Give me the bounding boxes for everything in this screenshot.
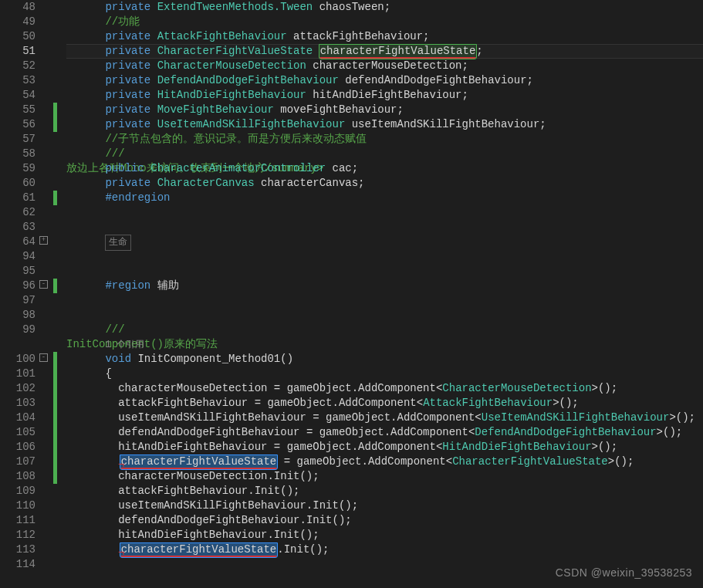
code-line[interactable]: defendAndDodgeFightBehaviour = gameObjec… <box>66 425 703 440</box>
line-number-gutter: 4849505152535455565758596061626364+94959… <box>0 0 51 588</box>
code-line[interactable]: /// InitComponent()原来的写法 <box>66 323 703 337</box>
code-area[interactable]: private ExtendTweenMethods.Tween chaosTw… <box>63 0 703 588</box>
line-number: 97 <box>0 293 49 308</box>
fold-expand-icon[interactable]: + <box>39 236 48 245</box>
line-number: 60 <box>0 176 49 191</box>
code-line[interactable]: ⌐characterFightValueState = gameObject.A… <box>66 455 703 469</box>
code-line[interactable]: characterMouseDetection = gameObject.Add… <box>66 381 703 396</box>
change-marker <box>53 279 57 293</box>
highlighted-symbol[interactable]: characterFightValueState <box>120 455 278 469</box>
code-line[interactable]: hitAndDieFightBehaviour.Init(); <box>66 528 703 542</box>
folded-region[interactable]: 生命 <box>105 235 131 251</box>
line-number: 108 <box>0 469 49 484</box>
code-line[interactable]: private CharacterMouseDetection characte… <box>66 59 703 73</box>
change-marker <box>53 191 57 205</box>
code-line[interactable]: #region 辅助 <box>66 279 703 293</box>
change-marker-column <box>51 0 63 588</box>
line-number: 113 <box>0 542 49 557</box>
code-line[interactable]: private CharacterFightValueState charact… <box>66 44 703 59</box>
fold-collapse-icon[interactable]: - <box>39 353 48 362</box>
code-line[interactable]: defendAndDodgeFightBehaviour.Init(); <box>66 513 703 528</box>
code-line[interactable]: attackFightBehaviour = gameObject.AddCom… <box>66 396 703 411</box>
line-number: 107 <box>0 455 49 469</box>
code-line[interactable]: { <box>66 367 703 381</box>
line-number: 96- <box>0 279 49 293</box>
code-line[interactable]: public CharacterAnimatorController cac; <box>66 161 703 176</box>
code-line[interactable]: private MoveFightBehaviour moveFightBeha… <box>66 103 703 117</box>
code-line[interactable]: private HitAndDieFightBehaviour hitAndDi… <box>66 88 703 103</box>
code-line[interactable]: attackFightBehaviour.Init(); <box>66 484 703 498</box>
line-number: 49 <box>0 15 49 29</box>
code-line[interactable]: useItemAndSKillFightBehaviour.Init(); <box>66 498 703 513</box>
code-line[interactable]: private DefendAndDodgeFightBehaviour def… <box>66 73 703 88</box>
line-number: 102 <box>0 381 49 396</box>
code-line[interactable] <box>66 205 703 220</box>
line-number: 56 <box>0 117 49 132</box>
line-number: 50 <box>0 29 49 44</box>
line-number: 99 <box>0 323 49 337</box>
line-number: 48 <box>0 0 49 15</box>
code-line[interactable]: void InitComponent_Method01() <box>66 352 703 367</box>
code-line[interactable]: useItemAndSKillFightBehaviour = gameObje… <box>66 411 703 425</box>
change-marker <box>53 352 57 484</box>
line-number: 98 <box>0 308 49 323</box>
line-number: 62 <box>0 205 49 220</box>
code-line[interactable]: private AttackFightBehaviour attackFight… <box>66 29 703 44</box>
line-number: 64+ <box>0 235 49 249</box>
line-number: 59 <box>0 161 49 176</box>
line-number: 51 <box>0 44 49 59</box>
line-number: 57 <box>0 132 49 147</box>
code-line[interactable]: hitAndDieFightBehaviour = gameObject.Add… <box>66 440 703 455</box>
code-line[interactable]: //功能 <box>66 15 703 29</box>
line-number: 100- <box>0 352 49 367</box>
fold-collapse-icon[interactable]: - <box>39 280 48 289</box>
line-number: 110 <box>0 498 49 513</box>
line-number <box>0 337 49 352</box>
code-line[interactable] <box>66 308 703 323</box>
code-line[interactable]: private ExtendTweenMethods.Tween chaosTw… <box>66 0 703 15</box>
line-number: 103 <box>0 396 49 411</box>
line-number: 111 <box>0 513 49 528</box>
line-number: 114 <box>0 557 49 572</box>
highlighted-symbol[interactable]: characterFightValueState <box>120 543 278 557</box>
code-line[interactable] <box>66 293 703 308</box>
line-number: 63 <box>0 220 49 235</box>
code-line[interactable]: //子节点包含的。意识记录。而是方便后来改动态赋值 <box>66 132 703 147</box>
code-line[interactable]: private CharacterCanvas characterCanvas; <box>66 176 703 191</box>
line-number: 105 <box>0 425 49 440</box>
line-number: 61 <box>0 191 49 205</box>
code-line[interactable]: characterMouseDetection.Init(); <box>66 469 703 484</box>
highlighted-symbol[interactable]: characterFightValueState <box>319 45 477 59</box>
watermark: CSDN @weixin_39538253 <box>556 566 692 580</box>
code-line[interactable] <box>66 264 703 279</box>
code-line[interactable]: ⌐characterFightValueState.Init(); <box>66 542 703 557</box>
line-number: 106 <box>0 440 49 455</box>
line-number: 53 <box>0 73 49 88</box>
line-number: 101 <box>0 367 49 381</box>
line-number: 95 <box>0 264 49 279</box>
line-number: 52 <box>0 59 49 73</box>
line-number: 55 <box>0 103 49 117</box>
line-number: 112 <box>0 528 49 542</box>
line-number: 94 <box>0 249 49 264</box>
code-line[interactable]: #endregion <box>66 191 703 205</box>
change-marker <box>53 103 57 132</box>
code-line[interactable] <box>66 249 703 264</box>
line-number: 109 <box>0 484 49 498</box>
code-line[interactable]: private UseItemAndSKillFightBehaviour us… <box>66 117 703 132</box>
line-number: 104 <box>0 411 49 425</box>
line-number: 54 <box>0 88 49 103</box>
code-line[interactable]: 生命 <box>66 235 703 249</box>
code-line[interactable] <box>66 220 703 235</box>
line-number: 58 <box>0 147 49 161</box>
code-line[interactable]: /// 放边上各种Mono来访问。收束到一个地方/summary> <box>66 147 703 161</box>
